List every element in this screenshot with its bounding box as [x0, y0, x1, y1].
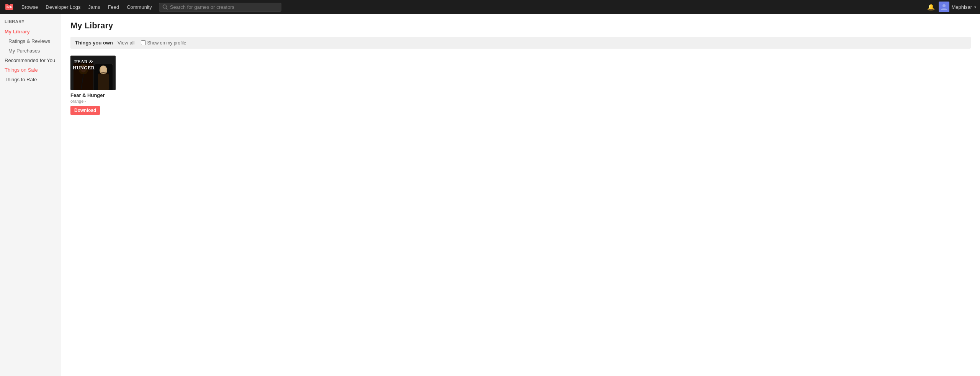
nav-feed[interactable]: Feed [105, 3, 122, 11]
game-card: FEAR &HUNGER [70, 56, 116, 115]
sidebar-item-recommended[interactable]: Recommended for You [0, 56, 61, 65]
nav-right: 🔔 Mephisar ▾ [927, 2, 976, 12]
sidebar-item-my-library[interactable]: My Library [0, 27, 61, 36]
username-label: Mephisar [952, 4, 972, 10]
svg-rect-12 [98, 74, 109, 90]
game-creator: orange~ [70, 99, 116, 103]
sidebar-section-label: LIBRARY [0, 19, 61, 27]
nav-links: Browse Developer Logs Jams Feed Communit… [18, 3, 155, 11]
search-icon [162, 4, 168, 10]
sidebar-item-things-on-sale[interactable]: Things on Sale [0, 65, 61, 75]
nav-jams[interactable]: Jams [85, 3, 103, 11]
svg-line-3 [166, 8, 167, 10]
game-thumbnail: FEAR &HUNGER [70, 56, 116, 90]
figure-right [94, 64, 113, 90]
show-profile-label[interactable]: Show on my profile [141, 40, 186, 46]
nav-devlogs[interactable]: Developer Logs [42, 3, 83, 11]
logo[interactable]: itch [4, 2, 15, 12]
svg-point-13 [101, 66, 106, 73]
svg-text:itch: itch [7, 5, 12, 9]
games-grid: FEAR &HUNGER [70, 56, 971, 115]
fear-hunger-cover: FEAR &HUNGER [70, 56, 116, 90]
download-button[interactable]: Download [70, 106, 100, 115]
sidebar-item-my-purchases[interactable]: My Purchases [0, 46, 61, 56]
user-menu[interactable]: Mephisar ▾ [939, 2, 976, 12]
svg-point-4 [942, 4, 946, 7]
sidebar-item-things-to-rate[interactable]: Things to Rate [0, 75, 61, 84]
avatar [939, 2, 949, 12]
cover-title: FEAR &HUNGER [73, 59, 95, 71]
view-all-link[interactable]: View all [118, 40, 135, 46]
main-content: My Library Things you own View all Show … [61, 14, 980, 376]
nav-browse[interactable]: Browse [18, 3, 41, 11]
show-profile-text: Show on my profile [147, 40, 186, 46]
notification-bell[interactable]: 🔔 [927, 3, 935, 11]
section-bar-title: Things you own [75, 40, 113, 46]
search-bar [159, 3, 281, 11]
game-name: Fear & Hunger [70, 92, 116, 98]
sidebar-item-ratings-reviews[interactable]: Ratings & Reviews [0, 36, 61, 46]
page-title: My Library [70, 21, 971, 31]
search-input[interactable] [170, 4, 278, 10]
nav-community[interactable]: Community [124, 3, 155, 11]
show-profile-checkbox[interactable] [141, 40, 146, 45]
sidebar: LIBRARY My Library Ratings & Reviews My … [0, 14, 61, 376]
chevron-down-icon: ▾ [974, 5, 976, 9]
top-navigation: itch Browse Developer Logs Jams Feed Com… [0, 0, 980, 14]
section-bar: Things you own View all Show on my profi… [70, 37, 971, 49]
